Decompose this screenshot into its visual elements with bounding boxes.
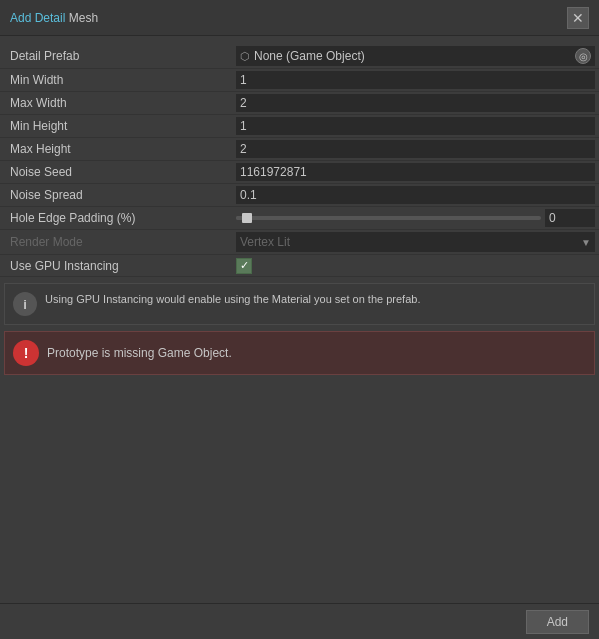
input-noise-spread[interactable]	[236, 186, 595, 204]
row-min-height: Min Height	[0, 115, 599, 138]
prefab-text: None (Game Object)	[254, 49, 575, 63]
label-hole-edge-padding: Hole Edge Padding (%)	[0, 208, 232, 228]
row-detail-prefab: Detail Prefab ⬡ None (Game Object) ◎	[0, 44, 599, 69]
info-text: Using GPU Instancing would enable using …	[45, 292, 420, 307]
label-render-mode: Render Mode	[0, 232, 232, 252]
close-button[interactable]: ✕	[567, 7, 589, 29]
checkbox-gpu-instancing[interactable]: ✓	[236, 258, 252, 274]
dialog-header: Add Detail Mesh ✕	[0, 0, 599, 36]
error-text: Prototype is missing Game Object.	[47, 346, 232, 360]
slider-track[interactable]	[236, 216, 541, 220]
input-max-height[interactable]	[236, 140, 595, 158]
info-icon: i	[13, 292, 37, 316]
value-min-width	[232, 69, 599, 91]
prefab-icon: ⬡	[240, 50, 250, 63]
label-gpu-instancing: Use GPU Instancing	[0, 256, 232, 276]
row-gpu-instancing: Use GPU Instancing ✓	[0, 255, 599, 277]
value-hole-edge-padding	[232, 207, 599, 229]
prefab-circle-button[interactable]: ◎	[575, 48, 591, 64]
info-box: i Using GPU Instancing would enable usin…	[4, 283, 595, 325]
row-render-mode: Render Mode Vertex Lit ▼	[0, 230, 599, 255]
row-noise-spread: Noise Spread	[0, 184, 599, 207]
label-noise-seed: Noise Seed	[0, 162, 232, 182]
input-min-height[interactable]	[236, 117, 595, 135]
value-detail-prefab: ⬡ None (Game Object) ◎	[232, 44, 599, 68]
value-max-width	[232, 92, 599, 114]
error-box: ! Prototype is missing Game Object.	[4, 331, 595, 375]
header-title-white: Mesh	[65, 11, 98, 25]
value-noise-spread	[232, 184, 599, 206]
label-min-width: Min Width	[0, 70, 232, 90]
form-container: Detail Prefab ⬡ None (Game Object) ◎ Min…	[0, 44, 599, 277]
divider	[0, 36, 599, 44]
value-gpu-instancing: ✓	[232, 256, 599, 276]
row-min-width: Min Width	[0, 69, 599, 92]
input-max-width[interactable]	[236, 94, 595, 112]
row-max-height: Max Height	[0, 138, 599, 161]
value-min-height	[232, 115, 599, 137]
dropdown-text: Vertex Lit	[240, 235, 581, 249]
checkbox-container: ✓	[236, 258, 595, 274]
value-render-mode: Vertex Lit ▼	[232, 230, 599, 254]
label-max-width: Max Width	[0, 93, 232, 113]
row-max-width: Max Width	[0, 92, 599, 115]
dialog-footer: Add	[0, 603, 599, 639]
header-title-blue: Add Detail	[10, 11, 65, 25]
label-min-height: Min Height	[0, 116, 232, 136]
prefab-select[interactable]: ⬡ None (Game Object) ◎	[236, 46, 595, 66]
label-detail-prefab: Detail Prefab	[0, 46, 232, 66]
row-hole-edge-padding: Hole Edge Padding (%)	[0, 207, 599, 230]
input-min-width[interactable]	[236, 71, 595, 89]
input-noise-seed[interactable]	[236, 163, 595, 181]
error-icon: !	[13, 340, 39, 366]
row-noise-seed: Noise Seed	[0, 161, 599, 184]
label-noise-spread: Noise Spread	[0, 185, 232, 205]
slider-thumb[interactable]	[242, 213, 252, 223]
value-max-height	[232, 138, 599, 160]
add-button[interactable]: Add	[526, 610, 589, 634]
label-max-height: Max Height	[0, 139, 232, 159]
dropdown-render-mode[interactable]: Vertex Lit ▼	[236, 232, 595, 252]
value-noise-seed	[232, 161, 599, 183]
chevron-down-icon: ▼	[581, 237, 591, 248]
header-title: Add Detail Mesh	[10, 11, 98, 25]
slider-container	[236, 209, 595, 227]
slider-value-input[interactable]	[545, 209, 595, 227]
